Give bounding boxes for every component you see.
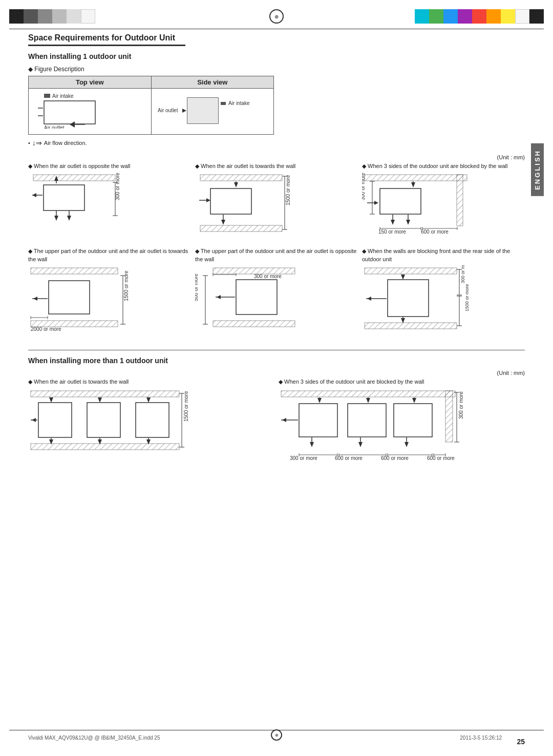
svg-rect-70 — [31, 268, 118, 274]
diag-label-3: ◆ When 3 sides of the outdoor unit are b… — [362, 162, 525, 170]
top-line — [9, 29, 544, 29]
svg-marker-54 — [391, 220, 395, 225]
svg-text:600 or more: 600 or more — [421, 229, 449, 235]
svg-marker-130 — [146, 397, 151, 403]
svg-marker-49 — [411, 182, 415, 187]
diagrams-row-2: ◆ The upper part of the outdoor unit and… — [28, 247, 525, 339]
section-title: Space Requirements for Outdoor Unit — [28, 33, 185, 46]
svg-marker-36 — [206, 198, 210, 202]
diagrams-row-3: ◆ When the air outlet is towards the wal… — [28, 378, 525, 471]
diag-cell-1: ◆ When the air outlet is opposite the wa… — [28, 162, 191, 235]
svg-marker-34 — [234, 182, 238, 187]
diag-label-multi-2: ◆ When 3 sides of the outdoor unit are b… — [279, 378, 525, 386]
svg-text:1500 or more: 1500 or more — [285, 175, 291, 205]
svg-text:2000 or more: 2000 or more — [31, 326, 61, 332]
svg-rect-118 — [38, 403, 72, 437]
diag-label-multi-1: ◆ When the air outlet is towards the wal… — [28, 378, 274, 386]
svg-text:Air intake: Air intake — [228, 100, 250, 106]
svg-rect-1 — [44, 94, 50, 98]
page-number: 25 — [517, 738, 525, 746]
svg-marker-147 — [412, 398, 416, 403]
diag-cell-2: ◆ When the air outlet is towards the wal… — [195, 162, 358, 235]
svg-text:1500 or more: 1500 or more — [183, 391, 189, 422]
svg-rect-123 — [87, 403, 120, 437]
compass-icon: ⊕ — [269, 9, 284, 24]
top-color-bar: ⊕ — [9, 9, 544, 24]
svg-text:300 or more: 300 or more — [460, 265, 465, 283]
svg-rect-14 — [221, 102, 226, 105]
svg-marker-88 — [217, 295, 221, 299]
svg-rect-86 — [236, 280, 277, 314]
color-block — [458, 9, 472, 24]
svg-text:150 or more: 150 or more — [378, 229, 406, 235]
svg-rect-3 — [44, 101, 95, 124]
svg-rect-128 — [136, 403, 169, 437]
svg-marker-104 — [367, 297, 371, 301]
diag-label-4: ◆ The upper part of the outdoor unit and… — [28, 247, 191, 263]
color-blocks-right — [415, 9, 544, 24]
color-block — [529, 9, 544, 24]
svg-marker-158 — [282, 418, 286, 422]
diag-label-2: ◆ When the air outlet is towards the wal… — [195, 162, 358, 170]
diag-svg-4: 2000 or more 1500 or more — [28, 265, 141, 332]
diag-svg-2: 1500 or more — [195, 172, 303, 234]
color-block — [81, 9, 95, 24]
color-blocks-left — [9, 9, 95, 24]
color-block — [38, 9, 52, 24]
diag-svg-1: 300 or more — [28, 172, 136, 234]
svg-rect-100 — [388, 280, 429, 317]
svg-text:300 or more: 300 or more — [254, 274, 282, 279]
table-header-side: Side view — [151, 76, 274, 89]
svg-text:300 or more: 300 or more — [115, 173, 120, 200]
svg-text:Air outlet: Air outlet — [44, 125, 65, 129]
svg-marker-125 — [98, 397, 102, 403]
diag-svg-multi-2: 300 or more 300 or more 600 or more 600 … — [279, 388, 468, 470]
footer-left: Vivaldi MAX_AQV09&12U@ @ IB&IM_32450A_E.… — [28, 735, 160, 741]
svg-rect-99 — [365, 323, 457, 329]
table-header-top: Top view — [29, 76, 152, 89]
color-block — [501, 9, 515, 24]
color-block — [415, 9, 429, 24]
svg-text:500 or more: 500 or more — [195, 274, 199, 301]
svg-marker-150 — [310, 442, 314, 447]
svg-rect-154 — [394, 404, 432, 437]
svg-text:300 or more: 300 or more — [458, 391, 464, 418]
svg-text:300 or more: 300 or more — [290, 455, 317, 461]
diag-label-1: ◆ When the air outlet is opposite the wa… — [28, 162, 191, 170]
subsection1-title: When installing 1 outdoor unit — [28, 52, 525, 60]
color-block — [67, 9, 81, 24]
diag-svg-multi-1: 1500 or more — [28, 388, 192, 455]
svg-marker-145 — [366, 398, 370, 403]
diag-svg-6: 300 or more 1500 or more — [362, 265, 475, 337]
svg-text:Air intake: Air intake — [52, 93, 74, 99]
diag-cell-5: ◆ The upper part of the outdoor unit and… — [195, 247, 358, 333]
side-view-cell: Air outlet Air intake — [151, 89, 274, 135]
svg-rect-46 — [365, 175, 467, 181]
color-block — [429, 9, 443, 24]
svg-rect-47 — [457, 175, 463, 226]
airflow-note: • ↓⇒ Air flow direction. — [28, 139, 525, 147]
unit-mm-1: (Unit : mm) — [28, 154, 525, 160]
color-block — [486, 9, 501, 24]
svg-marker-102 — [401, 275, 405, 280]
color-block — [9, 9, 24, 24]
diag-svg-5: 300 or more 500 or more — [195, 265, 308, 332]
main-content: Space Requirements for Outdoor Unit When… — [28, 33, 525, 728]
svg-rect-141 — [445, 391, 453, 442]
diag-svg-3: 300 or more 150 or more 600 or more — [362, 172, 480, 239]
svg-text:600 or more: 600 or more — [427, 455, 455, 461]
svg-rect-17 — [33, 175, 115, 181]
svg-rect-40 — [200, 225, 282, 232]
diag-cell-4: ◆ The upper part of the outdoor unit and… — [28, 247, 191, 333]
side-view-svg: Air outlet Air intake — [157, 93, 259, 129]
svg-rect-98 — [365, 268, 457, 274]
svg-rect-140 — [281, 391, 455, 397]
svg-text:Air outlet: Air outlet — [158, 108, 178, 113]
bottom-compass-icon: ⊕ — [271, 729, 282, 741]
svg-marker-51 — [374, 201, 378, 205]
svg-rect-72 — [49, 281, 90, 314]
svg-marker-120 — [49, 397, 53, 403]
svg-marker-156 — [405, 442, 409, 447]
svg-text:600 or more: 600 or more — [381, 455, 409, 461]
subsection2-title: When installing more than 1 outdoor unit — [28, 356, 525, 365]
